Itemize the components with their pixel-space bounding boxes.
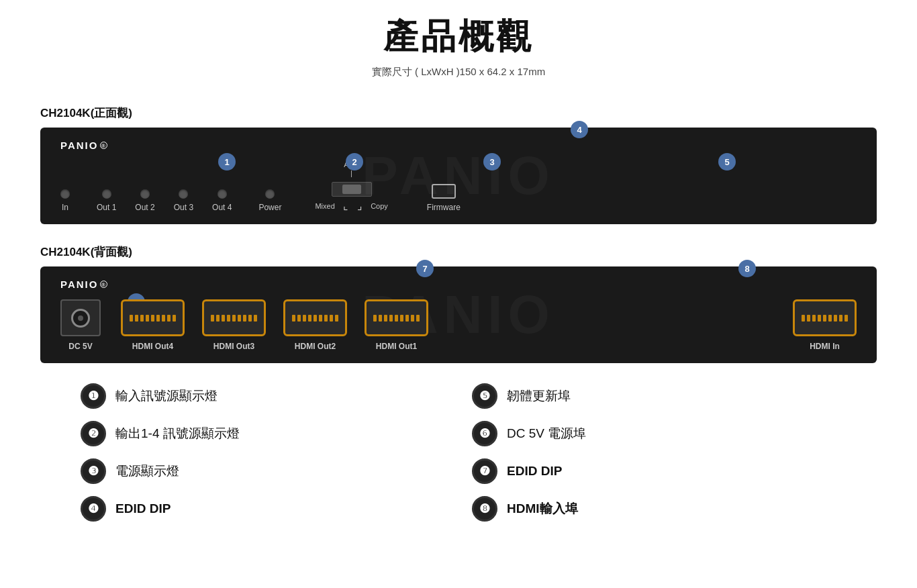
hdmi-out2-connector [283, 299, 347, 336]
legend-text-7: EDID DIP [507, 464, 562, 479]
front-badge-4: 4 [571, 121, 588, 138]
page-subtitle: 實際尺寸 ( LxWxH )150 x 64.2 x 17mm [40, 66, 877, 79]
back-panel: PANIO 6 7 8 PANIO ® DC [40, 266, 877, 363]
edid-mixed-label: Mixed [315, 202, 334, 210]
led-out3 [179, 189, 188, 199]
dc-circle [71, 309, 90, 328]
legend-badge-1: ❶ [81, 383, 106, 409]
led-out2 [140, 189, 150, 199]
port-hdmi-out3: HDMI Out3 [202, 299, 266, 351]
front-logo: PANIO ® [60, 140, 857, 151]
hdmi-out3-connector [202, 299, 266, 336]
ctrl-out1: Out 1 [97, 189, 116, 212]
legend-badge-7: ❼ [472, 458, 497, 484]
hdmi-pins [289, 315, 342, 322]
led-in [60, 189, 70, 199]
back-ports-row: DC 5V HDMI Ou [60, 299, 857, 351]
legend-item-2: ❷ 輸出1-4 訊號源顯示燈 [81, 421, 445, 446]
port-hdmi-out4: HDMI Out4 [121, 299, 185, 351]
port-dc5v: DC 5V [60, 299, 101, 351]
legend-badge-4: ❹ [81, 496, 106, 522]
front-controls-row: In Out 1 Out 2 Out 3 Out 4 [60, 160, 857, 212]
page-title: 產品概觀 [40, 13, 877, 60]
label-out3: Out 3 [174, 203, 193, 212]
legend-text-5: 韌體更新埠 [507, 387, 571, 405]
front-badge-5: 5 [718, 153, 736, 170]
legend-text-6: DC 5V 電源埠 [507, 425, 586, 442]
legend-badge-6: ❻ [472, 421, 497, 446]
hdmi-in-connector [793, 299, 857, 336]
ctrl-power: Power [258, 189, 281, 212]
legend-item-1: ❶ 輸入訊號源顯示燈 [81, 383, 445, 409]
legend-container: ❶ 輸入訊號源顯示燈 ❺ 韌體更新埠 ❷ 輸出1-4 訊號源顯示燈 ❻ DC 5… [40, 383, 877, 528]
port-hdmi-in: HDMI In [793, 299, 857, 351]
dc-port [60, 299, 101, 336]
legend-item-4: ❹ EDID DIP [81, 496, 445, 522]
front-badge-2: 2 [346, 153, 363, 170]
label-dc5v: DC 5V [68, 342, 92, 351]
ctrl-out4: Out 4 [212, 189, 232, 212]
hdmi-out1-connector [365, 299, 428, 336]
hdmi-pins [798, 315, 852, 322]
firmware-port [432, 184, 456, 199]
label-hdmi-in: HDMI In [810, 342, 840, 351]
legend-text-3: 電源顯示燈 [115, 462, 179, 480]
legend-item-8: ❽ HDMI輸入埠 [472, 496, 836, 522]
front-badge-1: 1 [218, 153, 236, 170]
back-logo: PANIO ® [60, 279, 857, 290]
legend-text-1: 輸入訊號源顯示燈 [115, 387, 218, 405]
label-hdmi-out2: HDMI Out2 [295, 342, 336, 351]
hdmi-pins [126, 315, 180, 322]
hdmi-pins [370, 315, 424, 322]
legend-text-8: HDMI輸入埠 [507, 500, 578, 518]
front-section-label: CH2104K(正面觀) [40, 105, 877, 121]
label-hdmi-out1: HDMI Out1 [376, 342, 417, 351]
dc-dot [78, 315, 83, 321]
legend-item-5: ❺ 韌體更新埠 [472, 383, 836, 409]
label-out2: Out 2 [135, 203, 154, 212]
hdmi-pins [207, 315, 261, 322]
back-section-label: CH2104K(背面觀) [40, 244, 877, 260]
legend-text-4: EDID DIP [115, 501, 171, 516]
legend-badge-5: ❺ [472, 383, 497, 409]
legend-item-6: ❻ DC 5V 電源埠 [472, 421, 836, 446]
label-out1: Out 1 [97, 203, 116, 212]
label-firmware: Firmware [427, 203, 461, 212]
led-power [265, 189, 275, 199]
port-hdmi-out1: HDMI Out1 [365, 299, 428, 351]
legend-badge-8: ❽ [472, 496, 497, 522]
page-container: 產品概觀 實際尺寸 ( LxWxH )150 x 64.2 x 17mm CH2… [0, 0, 917, 555]
edid-labels: Mixed ⌞ ⌟ Copy [315, 199, 387, 212]
legend-badge-3: ❸ [81, 458, 106, 484]
ctrl-out2: Out 2 [135, 189, 154, 212]
front-badge-3: 3 [483, 153, 501, 170]
legend-item-7: ❼ EDID DIP [472, 458, 836, 484]
ctrl-in: In [60, 189, 70, 212]
label-hdmi-out4: HDMI Out4 [132, 342, 173, 351]
led-out4 [218, 189, 227, 199]
dip-switch[interactable] [332, 182, 372, 197]
legend-item-3: ❸ 電源顯示燈 [81, 458, 445, 484]
back-badge-7: 7 [416, 260, 434, 277]
port-hdmi-out2: HDMI Out2 [283, 299, 347, 351]
ctrl-firmware: Firmware [427, 184, 461, 212]
ctrl-out3: Out 3 [174, 189, 193, 212]
front-panel: PANIO PANIO ® 1 2 3 4 5 [40, 128, 877, 224]
label-in: In [62, 203, 68, 212]
legend-text-2: 輸出1-4 訊號源顯示燈 [115, 425, 240, 442]
label-out4: Out 4 [212, 203, 232, 212]
legend-badge-2: ❷ [81, 421, 106, 446]
edid-copy-label: Copy [371, 202, 388, 210]
label-power: Power [258, 203, 281, 212]
back-badge-8: 8 [738, 260, 756, 277]
dip-inner [342, 185, 361, 194]
label-hdmi-out3: HDMI Out3 [213, 342, 254, 351]
led-out1 [102, 189, 111, 199]
hdmi-out4-connector [121, 299, 185, 336]
